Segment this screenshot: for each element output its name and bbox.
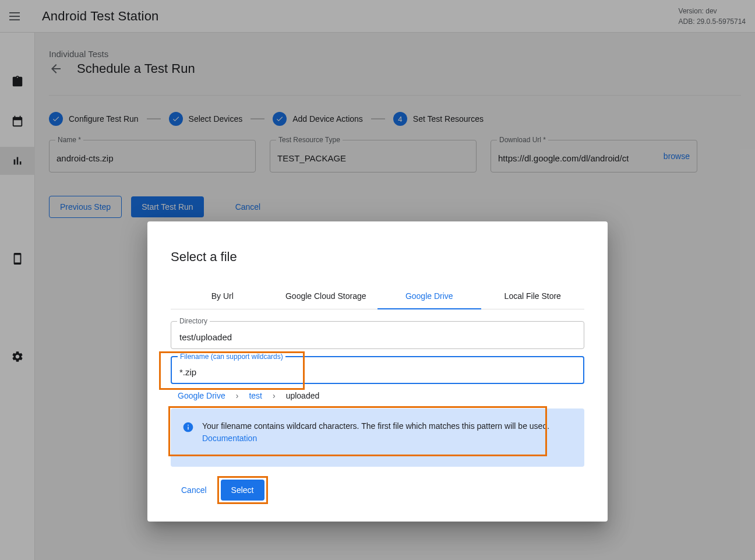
directory-value: test/uploaded	[179, 332, 232, 342]
info-icon	[182, 421, 194, 433]
info-message: Your filename contains wildcard characte…	[202, 421, 549, 431]
crumb-uploaded[interactable]: uploaded	[286, 391, 320, 400]
modal-cancel-button[interactable]: Cancel	[171, 480, 217, 501]
tab-local[interactable]: Local File Store	[481, 283, 585, 309]
tab-by-url[interactable]: By Url	[171, 283, 274, 309]
crumb-test[interactable]: test	[249, 391, 262, 400]
tabs: By Url Google Cloud Storage Google Drive…	[171, 283, 584, 309]
crumb-root[interactable]: Google Drive	[178, 391, 225, 400]
file-select-modal: Select a file By Url Google Cloud Storag…	[147, 221, 608, 522]
modal-select-button[interactable]: Select	[221, 480, 264, 501]
chevron-right-icon: ›	[273, 391, 276, 400]
filename-label: Filename (can support wildcards)	[178, 353, 285, 361]
tab-indicator	[378, 308, 481, 309]
filename-value: *.zip	[179, 367, 196, 377]
filename-field[interactable]: Filename (can support wildcards) *.zip	[171, 356, 584, 384]
modal-title: Select a file	[171, 249, 584, 265]
modal-actions: Cancel Select	[171, 480, 584, 501]
info-box: Your filename contains wildcard characte…	[171, 408, 584, 467]
directory-field[interactable]: Directory test/uploaded	[171, 321, 584, 349]
directory-label: Directory	[177, 317, 210, 325]
tab-gcs[interactable]: Google Cloud Storage	[274, 283, 378, 309]
documentation-link[interactable]: Documentation	[202, 434, 257, 443]
path-breadcrumbs: Google Drive › test › uploaded	[178, 391, 584, 400]
tab-google-drive[interactable]: Google Drive	[378, 283, 481, 309]
chevron-right-icon: ›	[236, 391, 239, 400]
info-text: Your filename contains wildcard characte…	[202, 420, 573, 445]
